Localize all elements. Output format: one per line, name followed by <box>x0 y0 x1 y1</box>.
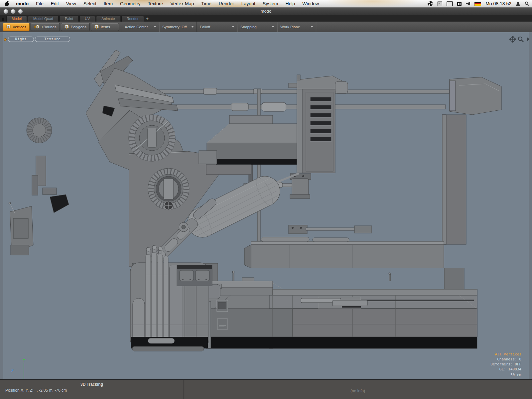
info-readout: (no info) <box>184 389 532 393</box>
toolbar-dropdowns: Action Center Symmetry: Off Falloff Snap… <box>122 22 316 32</box>
cpu-status-icon[interactable] <box>437 1 442 6</box>
chevron-down-icon <box>311 26 313 28</box>
pan-icon[interactable] <box>509 36 516 43</box>
channels-readout: Channels: 0 <box>490 357 521 362</box>
polygons-label: Polygons <box>71 25 86 29</box>
snapping-label: Snapping <box>240 25 257 29</box>
position-readout: Position X, Y, Z: , -2.05 m, -70 cm <box>5 388 67 393</box>
tab-paint[interactable]: Paint <box>60 16 78 22</box>
tab-model-quad[interactable]: Model Quad <box>28 16 59 22</box>
bounds-label: +Bounds <box>41 25 57 29</box>
view-type-button[interactable]: Right <box>8 37 34 42</box>
action-center-dropdown[interactable]: Action Center <box>122 22 159 32</box>
menu-bar: modo File Edit View Select Item Geometry… <box>0 0 532 8</box>
menu-edit[interactable]: Edit <box>47 0 63 7</box>
viewport-overlay-info: All Vertices Channels: 0 Deformers: OFF … <box>490 352 521 372</box>
toolbar: Vertices +Bounds Polygons <box>0 22 532 32</box>
layout-tab-strip: Model Model Quad Paint UV Animate Render… <box>0 15 532 22</box>
vertices-label: Vertices <box>13 25 26 29</box>
tab-animate[interactable]: Animate <box>96 16 120 22</box>
menu-vertex-map[interactable]: Vertex Map <box>167 0 198 7</box>
menu-geometry[interactable]: Geometry <box>116 0 144 7</box>
viewport-right-edge <box>529 32 532 379</box>
menu-view[interactable]: View <box>63 0 80 7</box>
symmetry-label: Symmetry: Off <box>162 25 187 29</box>
menu-select[interactable]: Select <box>80 0 100 7</box>
chevron-down-icon <box>272 26 274 28</box>
menu-system[interactable]: System <box>259 0 282 7</box>
polygons-mode-button[interactable]: Polygons <box>61 23 90 31</box>
menu-texture[interactable]: Texture <box>144 0 167 7</box>
cube-icon <box>6 24 11 29</box>
viewport-left-edge <box>0 32 3 379</box>
menu-item[interactable]: Item <box>100 0 116 7</box>
status-bar: 3D Tracking Position X, Y, Z: , -2.05 m,… <box>0 379 532 399</box>
work-plane-dropdown[interactable]: Work Plane <box>277 22 316 32</box>
menu-app[interactable]: modo <box>12 0 32 7</box>
turbine-status-icon[interactable] <box>428 1 433 6</box>
active-tool-label: 3D Tracking <box>0 382 184 387</box>
axis-y-label: Y <box>23 358 25 363</box>
tab-strip-handle[interactable] <box>2 18 4 21</box>
gl-readout: GL: 149834 <box>490 367 521 372</box>
selection-mode-readout: All Vertices <box>490 352 521 357</box>
zoom-icon[interactable] <box>517 36 524 43</box>
action-center-label: Action Center <box>125 25 148 29</box>
apple-icon <box>5 1 9 6</box>
chevron-down-icon <box>232 26 234 28</box>
falloff-label: Falloff <box>200 25 210 29</box>
tab-render[interactable]: Render <box>121 16 144 22</box>
shading-mode-button[interactable]: Texture <box>35 37 70 42</box>
falloff-dropdown[interactable]: Falloff <box>197 22 237 32</box>
menu-help[interactable]: Help <box>282 0 299 7</box>
menu-extras: Mo 08:13:52 <box>428 0 529 7</box>
model-wireframe[interactable]: Y Z <box>0 32 532 379</box>
menu-render[interactable]: Render <box>215 0 238 7</box>
window-title: modo <box>0 7 532 15</box>
work-plane-label: Work Plane <box>280 25 300 29</box>
axis-z-label: Z <box>11 368 13 373</box>
apple-menu[interactable] <box>0 1 12 6</box>
menu-clock[interactable]: Mo 08:13:52 <box>485 1 511 6</box>
items-mode-button[interactable]: Items <box>91 23 119 31</box>
chevron-down-icon <box>191 26 194 28</box>
deformers-readout: Deformers: OFF <box>490 362 521 367</box>
vertices-mode-button[interactable]: Vertices <box>3 23 30 31</box>
search-icon[interactable] <box>525 1 529 6</box>
bounds-mode-button[interactable]: +Bounds <box>31 23 60 31</box>
viewport-mode-dot[interactable] <box>4 38 7 41</box>
menu-window[interactable]: Window <box>299 0 323 7</box>
tab-model[interactable]: Model <box>6 16 27 22</box>
add-tab-button[interactable]: + <box>145 16 151 22</box>
items-label: Items <box>101 25 110 29</box>
snapping-dropdown[interactable]: Snapping <box>237 22 277 32</box>
menu-file[interactable]: File <box>32 0 47 7</box>
display-status-icon[interactable] <box>447 1 453 6</box>
cube-icon <box>64 24 69 29</box>
viewport-tools <box>509 36 531 43</box>
german-flag-icon[interactable] <box>474 2 481 6</box>
axis-indicator: Y Z <box>11 358 25 379</box>
menu-items: modo File Edit View Select Item Geometry… <box>0 0 323 7</box>
window-title-bar[interactable]: modo <box>0 7 532 15</box>
cube-icon <box>94 24 99 29</box>
bounds-cube-icon <box>34 24 40 29</box>
grid-size-readout: 50 cm <box>510 373 521 377</box>
volume-icon[interactable] <box>466 2 470 6</box>
user-icon[interactable] <box>516 1 520 6</box>
tab-uv[interactable]: UV <box>79 16 95 22</box>
model-geometry <box>9 50 501 351</box>
symmetry-dropdown[interactable]: Symmetry: Off <box>159 22 197 32</box>
keyboard-layout-icon[interactable] <box>457 2 462 6</box>
chevron-down-icon <box>154 26 156 28</box>
menu-time[interactable]: Time <box>198 0 215 7</box>
menu-layout[interactable]: Layout <box>238 0 259 7</box>
screen: modo File Edit View Select Item Geometry… <box>0 0 532 399</box>
